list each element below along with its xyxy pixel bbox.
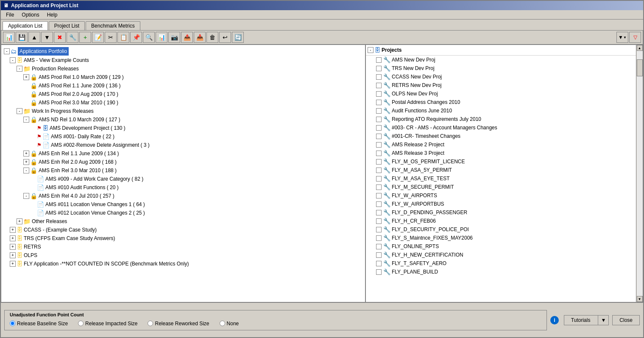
right-scrollbar[interactable]: ▲ ▼ — [636, 45, 643, 302]
other-releases-expand[interactable]: + — [17, 218, 22, 224]
undo-button[interactable]: ↩ — [219, 32, 231, 43]
tree-enh-rel-2-0[interactable]: + 🔒 AMS Enh Rel 2.0 Aug 2009 ( 168 ) — [3, 158, 363, 166]
help-menu[interactable]: Help — [44, 11, 61, 19]
save-button[interactable]: 💾 — [16, 32, 28, 43]
info-icon[interactable]: i — [550, 316, 559, 324]
project-item[interactable]: 🔧 FLY_M_ASA_5Y_PERMIT — [366, 166, 643, 174]
projects-expand[interactable]: - — [368, 47, 374, 53]
project-item[interactable]: 🔧 FLY_T_SAFETY_AERO — [366, 259, 643, 268]
enh-rel-3-0-expand[interactable]: - — [23, 168, 29, 173]
enh-rel-4-0-expand[interactable]: - — [23, 193, 29, 199]
project-item[interactable]: 🔧 Reporting ATO Requirements July 2010 — [366, 115, 643, 123]
tree-prod-rel-1-1[interactable]: 🔒 AMS Prod Rel 1.1 June 2009 ( 136 ) — [3, 81, 363, 90]
project-item[interactable]: 🔧 FLY_S_Maintnce_FIXES_MAY2006 — [366, 234, 643, 242]
project-checkbox[interactable] — [376, 83, 382, 88]
tutorials-button[interactable]: Tutorials — [564, 316, 597, 325]
project-checkbox[interactable] — [376, 269, 382, 275]
down-button[interactable]: ▼ — [41, 32, 53, 43]
project-checkbox[interactable] — [376, 57, 382, 63]
paste-button[interactable]: 📌 — [130, 32, 142, 43]
tree-dev-project[interactable]: ⚑ 🗄 AMS Development Project ( 130 ) — [3, 124, 363, 132]
tree-009-workcare[interactable]: 📄 AMS #009 - Add Work Care Category ( 82… — [3, 175, 363, 183]
project-checkbox[interactable] — [376, 218, 382, 224]
project-item[interactable]: 🔧 FLY_PLANE_BUILD — [366, 268, 643, 276]
cut-button[interactable]: ✂ — [105, 32, 117, 43]
project-checkbox[interactable] — [376, 252, 382, 258]
tree-ams-main[interactable]: - 🗄 AMS - View Example Counts — [3, 56, 363, 64]
options-menu[interactable]: Options — [18, 11, 42, 19]
ams-main-expand[interactable]: - — [10, 57, 16, 63]
radio-none[interactable]: None — [220, 321, 239, 327]
enh-rel-2-0-expand[interactable]: + — [23, 159, 29, 165]
project-item[interactable]: 🔧 FLY_W_AIRPORTBUS — [366, 200, 643, 208]
radio-impacted-input[interactable] — [78, 321, 84, 326]
project-checkbox[interactable] — [376, 193, 382, 198]
filter2-button[interactable]: ▽ — [629, 32, 641, 43]
radio-baseline-input[interactable] — [10, 321, 15, 326]
root-expand[interactable]: - — [4, 48, 10, 54]
project-item[interactable]: 🔧 FLY_M_ASA_EYE_TEST — [366, 174, 643, 183]
project-item[interactable]: 🔧 CCASS New Dev Proj — [366, 73, 643, 81]
edit-button[interactable]: 📝 — [92, 32, 104, 43]
tab-application-list[interactable]: Application List — [3, 21, 48, 31]
project-checkbox[interactable] — [376, 100, 382, 105]
project-checkbox[interactable] — [376, 66, 382, 71]
scroll-thumb[interactable] — [637, 59, 643, 76]
project-item[interactable]: 🔧 FLY_H_NEW_CERTIFICATION — [366, 251, 643, 259]
fly-expand[interactable]: + — [10, 261, 16, 267]
project-checkbox[interactable] — [376, 117, 382, 122]
export1-button[interactable]: 📤 — [181, 32, 193, 43]
tree-002-delete[interactable]: ⚑ 📄 AMS #002-Remove Delete Assignment ( … — [3, 141, 363, 149]
project-item[interactable]: 🔧 AMS Release 3 Project — [366, 149, 643, 157]
tree-ccass[interactable]: + 🗄 CCASS - (Example Case Study) — [3, 226, 363, 234]
scroll-down-button[interactable]: ▼ — [637, 296, 643, 302]
project-checkbox[interactable] — [376, 261, 382, 266]
scroll-up-button[interactable]: ▲ — [637, 45, 643, 51]
project-item[interactable]: 🔧 FLY_H_CR_FEB06 — [366, 217, 643, 225]
tree-trs[interactable]: + 🗄 TRS (CFPS Exam Case Study Answers) — [3, 234, 363, 243]
copy-button[interactable]: 📋 — [117, 32, 129, 43]
radio-none-input[interactable] — [220, 321, 225, 326]
project-checkbox[interactable] — [376, 159, 382, 165]
prod-releases-expand[interactable]: - — [17, 66, 22, 72]
radio-reworked-input[interactable] — [148, 321, 153, 326]
tree-012-venue2[interactable]: 📄 AMS #012 Location Venue Changes 2 ( 25… — [3, 209, 363, 217]
project-item[interactable]: 🔧 OLPS New Dev Proj — [366, 89, 643, 98]
delete-button[interactable]: ✖ — [54, 32, 66, 43]
project-checkbox[interactable] — [376, 227, 382, 232]
tree-fly[interactable]: + 🗄 FLY Application -**NOT COUNTED IN SC… — [3, 260, 363, 268]
project-checkbox[interactable] — [376, 210, 382, 215]
project-item[interactable]: 🔧 #003- CR - AMS - Account Managers Chan… — [366, 123, 643, 132]
project-item[interactable]: 🔧 Postal Address Changes 2010 — [366, 98, 643, 106]
enh-rel-1-1-expand[interactable]: + — [23, 151, 29, 156]
project-item[interactable]: 🔧 FLY_ONLINE_RPTS — [366, 242, 643, 251]
chart-button[interactable]: 📊 — [3, 32, 15, 43]
project-checkbox[interactable] — [376, 74, 382, 80]
project-checkbox[interactable] — [376, 108, 382, 114]
project-checkbox[interactable] — [376, 244, 382, 249]
tab-project-list[interactable]: Project List — [49, 21, 85, 30]
project-item[interactable]: 🔧 FLY_D_SECURITY_POLICE_POI — [366, 225, 643, 234]
project-item[interactable]: 🔧 AMS New Dev Proj — [366, 56, 643, 64]
trash-button[interactable]: 🗑 — [206, 32, 218, 43]
tree-011-venue1[interactable]: 📄 AMS #011 Location Venue Changes 1 ( 64… — [3, 200, 363, 209]
tree-retrs[interactable]: + 🗄 RETRS — [3, 243, 363, 251]
tab-benchmark-metrics[interactable]: Benchmark Metrics — [86, 21, 140, 30]
radio-reworked[interactable]: Release Reworked Size — [148, 321, 209, 327]
tree-olps[interactable]: + 🗄 OLPS — [3, 251, 363, 260]
tree-001-daily[interactable]: ⚑ 📄 AMS #001- Daily Rate ( 22 ) — [3, 132, 363, 141]
tree-prod-rel-1-0[interactable]: + 🔒 AMS Prod Rel 1.0 March 2009 ( 129 ) — [3, 73, 363, 81]
up-button[interactable]: ▲ — [28, 32, 40, 43]
tree-prod-rel-3-0[interactable]: 🔒 AMS Prod Rel 3.0 Mar 2010 ( 190 ) — [3, 98, 363, 107]
tree-enh-rel-4-0[interactable]: - 🔒 AMS Enh Rel 4.0 Jul 2010 ( 257 ) — [3, 192, 363, 200]
export2-button[interactable]: 📥 — [194, 32, 206, 43]
tree-other-releases[interactable]: + 📁 Other Releases — [3, 217, 363, 226]
project-checkbox[interactable] — [376, 134, 382, 139]
tree-enh-rel-3-0[interactable]: - 🔒 AMS Enh Rel 3.0 Mar 2010 ( 188 ) — [3, 166, 363, 175]
file-menu[interactable]: File — [3, 11, 17, 19]
project-checkbox[interactable] — [376, 91, 382, 97]
tree-010-audit[interactable]: 📄 AMS #010 Audit Functions ( 20 ) — [3, 183, 363, 192]
project-checkbox[interactable] — [376, 184, 382, 190]
settings-button[interactable]: 🔧 — [67, 32, 78, 43]
project-checkbox[interactable] — [376, 168, 382, 173]
